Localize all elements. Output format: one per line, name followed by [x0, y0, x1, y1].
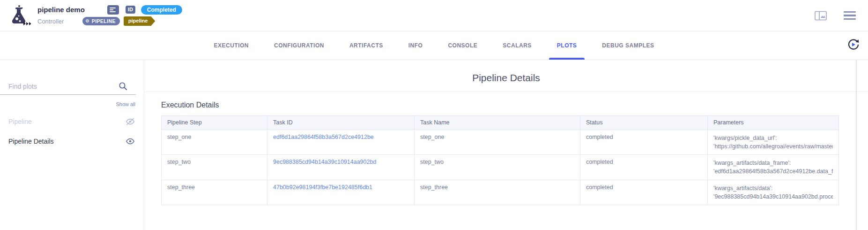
search-icon[interactable]: [119, 82, 127, 91]
show-all-link[interactable]: Show all: [116, 101, 135, 107]
vertical-scrollbar[interactable]: [856, 60, 857, 230]
cell-pipeline-step: step_one: [162, 130, 267, 155]
section-title: Execution Details: [161, 101, 839, 109]
sidebar-item-pipeline[interactable]: Pipeline: [0, 112, 144, 131]
tab-info[interactable]: INFO: [396, 31, 436, 60]
description-icon[interactable]: [107, 5, 119, 15]
tab-scalars[interactable]: SCALARS: [490, 31, 544, 60]
col-task-id: Task ID: [267, 116, 415, 130]
tab-debug-samples[interactable]: DEBUG SAMPLES: [589, 31, 667, 60]
cell-parameters: 'kwargs_artifacts/data': '9ec988385cd94b…: [708, 180, 839, 205]
cell-pipeline-step: step_two: [162, 155, 267, 180]
task-subtitle: Controller: [37, 18, 64, 25]
tab-execution[interactable]: EXECUTION: [201, 31, 261, 60]
task-title: pipeline demo: [37, 6, 85, 14]
sidebar-item-pipeline-details[interactable]: Pipeline Details: [0, 131, 144, 151]
cell-pipeline-step: step_three: [162, 180, 267, 205]
id-badge[interactable]: ID: [126, 6, 135, 14]
table-row: step_one edf6d1aa29864f58b3a567d2ce4912b…: [162, 130, 839, 155]
search-row: [0, 82, 136, 95]
cell-status: completed: [580, 180, 708, 205]
execution-details-table: Pipeline Step Task ID Task Name Status P…: [161, 115, 839, 205]
app-logo[interactable]: [7, 3, 31, 28]
active-tab-underline: [549, 58, 585, 60]
col-pipeline-step: Pipeline Step: [162, 116, 267, 130]
pipeline-tag: pipeline: [124, 16, 156, 26]
tab-configuration[interactable]: CONFIGURATION: [261, 31, 337, 60]
cell-task-name: step_one: [415, 130, 580, 155]
plots-main: Pipeline Details Execution Details Pipel…: [144, 60, 868, 230]
find-plots-input[interactable]: [8, 83, 119, 90]
cell-parameters: 'kwargs_artifacts/data_frame': 'edf6d1aa…: [708, 155, 839, 180]
cell-status: completed: [580, 155, 708, 180]
tab-plots[interactable]: PLOTS: [544, 31, 590, 60]
show-all-row: Show all: [0, 95, 144, 107]
auto-refresh-icon: [847, 38, 860, 51]
split-panel-chart-icon: [815, 11, 827, 21]
content-area: Show all Pipeline Pipeline Details: [0, 60, 868, 230]
cell-status: completed: [580, 130, 708, 155]
table-details-view-button[interactable]: [815, 11, 827, 21]
task-id-link[interactable]: edf6d1aa29864f58b3a567d2ce4912be: [273, 134, 374, 140]
table-row: step_three 47b0b92e98194f3fbe7be192485f6…: [162, 180, 839, 205]
plots-sidebar: Show all Pipeline Pipeline Details: [0, 60, 144, 230]
task-id-link[interactable]: 9ec988385cd94b14a39c10914aa902bd: [273, 159, 376, 165]
table-header-row: Pipeline Step Task ID Task Name Status P…: [162, 116, 839, 130]
top-bar-actions: [815, 11, 857, 21]
col-parameters: Parameters: [708, 116, 839, 130]
top-bar: pipeline demo ID Completed Controller ⚙ …: [0, 0, 868, 31]
auto-refresh-button[interactable]: [847, 38, 860, 53]
plots-list: Pipeline Pipeline Details: [0, 112, 144, 151]
tab-console[interactable]: CONSOLE: [435, 31, 490, 60]
type-badge-label: PIPELINE: [92, 18, 116, 24]
eye-icon[interactable]: [125, 137, 135, 146]
cell-parameters: 'kwargs/pickle_data_url': 'https://githu…: [708, 130, 839, 155]
cell-task-name: step_two: [415, 155, 580, 180]
type-badge: ⚙ PIPELINE: [82, 17, 119, 26]
menu-button[interactable]: [844, 11, 856, 20]
table-row: step_two 9ec988385cd94b14a39c10914aa902b…: [162, 155, 839, 180]
col-status: Status: [580, 116, 708, 130]
tab-artifacts[interactable]: ARTIFACTS: [337, 31, 396, 60]
execution-details-section: Execution Details Pipeline Step Task ID …: [144, 92, 868, 205]
task-id-link[interactable]: 47b0b92e98194f3fbe7be192485f6db1: [273, 184, 372, 191]
status-badge: Completed: [141, 5, 182, 15]
eye-off-icon[interactable]: [125, 117, 135, 126]
flask-icon: [7, 3, 31, 28]
col-task-name: Task Name: [415, 116, 580, 130]
gear-icon: ⚙: [85, 19, 89, 23]
task-title-block: pipeline demo ID Completed Controller ⚙ …: [37, 5, 182, 26]
page-title: Pipeline Details: [144, 72, 868, 84]
tab-bar: EXECUTION CONFIGURATION ARTIFACTS INFO C…: [0, 31, 868, 60]
app-window: pipeline demo ID Completed Controller ⚙ …: [0, 0, 868, 230]
cell-task-name: step_three: [415, 180, 580, 205]
